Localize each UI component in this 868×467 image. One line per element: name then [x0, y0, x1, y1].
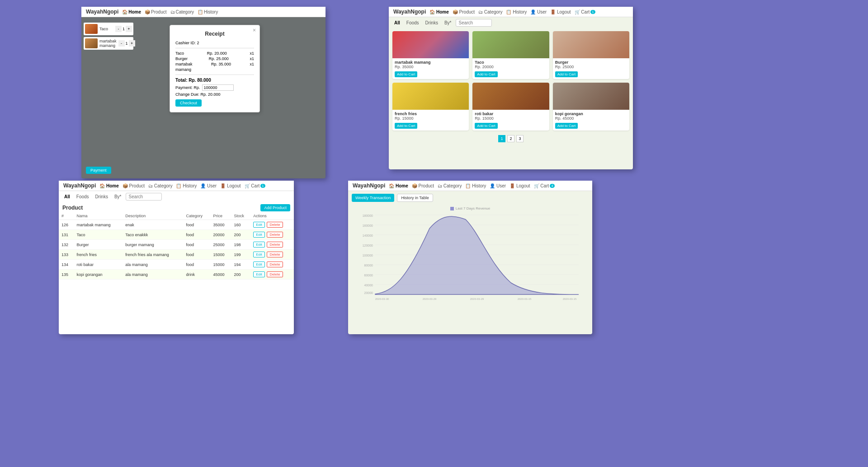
svg-text:2020-03-29: 2020-03-29 — [470, 298, 484, 300]
receipt-item-taco: Taco Rp. 20.000 x1 — [175, 51, 254, 56]
tl-nav-product[interactable]: 📦 Product — [145, 9, 166, 14]
page-btn-3[interactable]: 3 — [516, 135, 524, 142]
bl-nav-home[interactable]: 🏠 Home — [99, 183, 119, 188]
legend-dot — [450, 207, 454, 210]
tl-nav-history[interactable]: 📋 History — [198, 9, 218, 14]
edit-button[interactable]: Edit — [253, 271, 265, 277]
cell-name: Taco — [74, 230, 123, 240]
add-cart-btn-0[interactable]: Add to Cart — [395, 71, 417, 77]
br-nav-history[interactable]: 📋 History — [465, 183, 486, 188]
br-nav-cart[interactable]: 🛒 Cart 4 — [534, 183, 555, 188]
cell-stock: 198 — [231, 240, 250, 250]
cell-actions: Edit Delete — [250, 220, 294, 230]
delete-button[interactable]: Delete — [267, 271, 283, 277]
receipt-close-btn[interactable]: × — [253, 27, 256, 33]
page-btn-1[interactable]: 1 — [498, 135, 505, 142]
bl-nav-product[interactable]: 📦 Product — [123, 183, 145, 188]
add-cart-btn-5[interactable]: Add to Cart — [555, 123, 578, 129]
tl-nav-category[interactable]: 🗂 Category — [170, 9, 194, 14]
product-table: # Nama Description Category Price Stock … — [59, 212, 294, 280]
tr-nav-home[interactable]: 🏠 Home — [429, 9, 449, 14]
th-id: # — [59, 212, 74, 220]
add-cart-btn-2[interactable]: Add to Cart — [555, 71, 578, 77]
th-stock: Stock — [231, 212, 250, 220]
cell-actions: Edit Delete — [250, 270, 294, 280]
catalog-img-2 — [553, 31, 629, 58]
br-tab-table[interactable]: History in Table — [397, 194, 433, 202]
br-nav-product[interactable]: 📦 Product — [412, 183, 434, 188]
svg-text:2020-03-15: 2020-03-15 — [518, 298, 532, 300]
bl-search-input[interactable] — [126, 193, 162, 201]
bl-filter-all[interactable]: All — [62, 193, 72, 200]
tr-search-input[interactable] — [456, 19, 492, 27]
receipt-item-mamang: mamang — [175, 67, 254, 72]
br-nav-category[interactable]: 🗂 Category — [438, 183, 462, 188]
bl-filter-drinks[interactable]: Drinks — [94, 193, 110, 200]
tr-nav-history[interactable]: 📋 History — [506, 9, 527, 14]
receipt-payment-input[interactable] — [202, 84, 234, 91]
tr-filter-by[interactable]: By* — [443, 19, 453, 26]
bl-nav-category[interactable]: 🗂 Category — [148, 183, 172, 188]
bl-filter-by[interactable]: By* — [113, 193, 123, 200]
cell-desc: ala mamang — [123, 270, 183, 280]
bl-cart-badge: 1 — [260, 184, 265, 188]
tr-nav-cart[interactable]: 🛒 Cart 1 — [575, 9, 595, 14]
chart-area-path — [375, 216, 579, 294]
receipt-overlay: Receipt × Cashier ID: 2 Taco Rp. 20.000 … — [104, 20, 326, 178]
tr-nav-user[interactable]: 👤 User — [530, 9, 547, 14]
tr-nav-logout[interactable]: 🚪 Logout — [550, 9, 571, 14]
bl-table-container[interactable]: # Nama Description Category Price Stock … — [59, 212, 294, 280]
edit-button[interactable]: Edit — [253, 242, 265, 248]
edit-button[interactable]: Edit — [253, 232, 265, 238]
checkout-button[interactable]: Checkout — [175, 99, 202, 107]
catalog-name-4: roti bakar — [475, 112, 547, 116]
bl-nav-history[interactable]: 📋 History — [176, 183, 197, 188]
delete-button[interactable]: Delete — [267, 262, 283, 267]
add-cart-btn-1[interactable]: Add to Cart — [475, 71, 497, 77]
bl-nav-logout[interactable]: 🚪 Logout — [220, 183, 241, 188]
br-chart-container: Last 7 Days Revenue 180000 160000 140000… — [348, 205, 592, 304]
edit-button[interactable]: Edit — [253, 262, 265, 267]
tl-brand: WayahNgopi — [86, 9, 118, 15]
catalog-img-1 — [472, 31, 549, 58]
br-nav-home[interactable]: 🏠 Home — [389, 183, 408, 188]
tl-nav-home[interactable]: 🏠 Home — [122, 9, 141, 14]
catalog-info-1: Taco Rp. 20000 Add to Cart — [472, 58, 549, 79]
catalog-img-5 — [553, 83, 629, 110]
tr-filters: All Foods Drinks By* — [389, 17, 633, 28]
tr-filter-all[interactable]: All — [392, 19, 402, 26]
delete-button[interactable]: Delete — [267, 232, 283, 238]
delete-button[interactable]: Delete — [267, 252, 283, 257]
history-chart-window: WayahNgopi 🏠 Home 📦 Product 🗂 Category 📋… — [348, 181, 592, 334]
cell-desc: enak — [123, 220, 183, 230]
bl-nav-user[interactable]: 👤 User — [200, 183, 217, 188]
tr-cart-badge: 1 — [590, 10, 595, 14]
bl-nav-cart[interactable]: 🛒 Cart 1 — [245, 183, 265, 188]
pos-item-martabak-img — [85, 38, 98, 48]
catalog-name-1: Taco — [475, 60, 547, 65]
cell-name: kopi gorangan — [74, 270, 123, 280]
bl-filter-foods[interactable]: Foods — [75, 193, 91, 200]
cell-actions: Edit Delete — [250, 260, 294, 270]
br-nav-user[interactable]: 👤 User — [490, 183, 506, 188]
delete-button[interactable]: Delete — [267, 242, 283, 248]
add-product-button[interactable]: Add Product — [260, 204, 290, 211]
tr-filter-foods[interactable]: Foods — [405, 19, 421, 26]
tr-nav-category[interactable]: 🗂 Category — [478, 9, 502, 14]
cell-id: 126 — [59, 220, 74, 230]
tr-filter-drinks[interactable]: Drinks — [424, 19, 440, 26]
add-cart-btn-4[interactable]: Add to Cart — [475, 123, 497, 129]
tr-nav-product[interactable]: 📦 Product — [453, 9, 475, 14]
br-nav-logout[interactable]: 🚪 Logout — [509, 183, 530, 188]
edit-button[interactable]: Edit — [253, 222, 265, 228]
cell-name: Burger — [74, 240, 123, 250]
delete-button[interactable]: Delete — [267, 222, 283, 228]
edit-button[interactable]: Edit — [253, 252, 265, 257]
product-table-window: WayahNgopi 🏠 Home 📦 Product 🗂 Category 📋… — [59, 181, 294, 334]
br-cart-badge: 4 — [550, 184, 554, 188]
cell-price: 45000 — [211, 270, 231, 280]
add-cart-btn-3[interactable]: Add to Cart — [395, 123, 417, 129]
cell-id: 133 — [59, 250, 74, 260]
br-tab-weekly[interactable]: Weekly Transaction — [352, 194, 394, 202]
page-btn-2[interactable]: 2 — [507, 135, 514, 142]
